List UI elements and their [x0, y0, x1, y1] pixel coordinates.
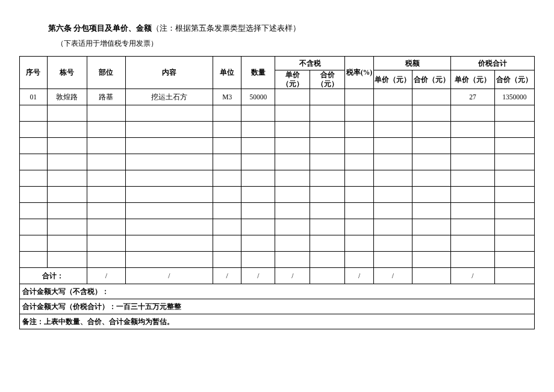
table-row	[20, 122, 535, 138]
h-qty: 数量	[241, 57, 275, 89]
sum-slash: /	[125, 268, 213, 284]
cell-qty: 50000	[241, 89, 275, 105]
footer-excl-text: 合计金额大写（不含税）：	[20, 284, 535, 299]
pricing-table: 序号 栋号 部位 内容 单位 数量 不含税 税率(%) 税额 价税合计 单价（元…	[19, 56, 535, 329]
cell-incl-total: 1350000	[494, 89, 534, 105]
h-seq: 序号	[20, 57, 48, 89]
sum-slash: /	[275, 268, 310, 284]
cell-unit: M3	[213, 89, 241, 105]
cell-building: 敦煌路	[47, 89, 87, 105]
h-content: 内容	[125, 57, 213, 89]
sum-cell	[310, 268, 345, 284]
header-row-1: 序号 栋号 部位 内容 单位 数量 不含税 税率(%) 税额 价税合计	[20, 57, 535, 70]
h-incl-tax: 价税合计	[451, 57, 535, 70]
footer-remark: 备注：上表中数量、合价、合计金额均为暂估。	[20, 314, 535, 329]
h-rate: 税率(%)	[345, 57, 374, 89]
table-row	[20, 154, 535, 170]
cell-tax-unit	[373, 89, 412, 105]
sum-label: 合计：	[20, 268, 87, 284]
table-row	[20, 219, 535, 235]
sum-cell	[412, 268, 451, 284]
cell-excl-total	[310, 89, 345, 105]
sum-slash: /	[241, 268, 275, 284]
footer-remark-text: 备注：上表中数量、合价、合计金额均为暂估。	[20, 314, 535, 329]
sum-cell	[494, 268, 534, 284]
h-incl-unit: 单价（元）	[451, 70, 494, 89]
sum-slash: /	[87, 268, 125, 284]
h-tax-amount: 税额	[373, 57, 450, 70]
heading-line: 第六条 分包项目及单价、金额（注：根据第五条发票类型选择下述表样）	[19, 23, 535, 34]
h-incl-total: 合价（元）	[494, 70, 534, 89]
sum-row: 合计： / / / / / / / /	[20, 268, 535, 284]
footer-excl: 合计金额大写（不含税）：	[20, 284, 535, 299]
cell-incl-unit: 27	[451, 89, 494, 105]
h-part: 部位	[87, 57, 125, 89]
subtitle: （下表适用于增值税专用发票）	[19, 39, 535, 49]
table-row	[20, 252, 535, 268]
clause-note: （注：根据第五条发票类型选择下述表样）	[152, 23, 300, 33]
table-row	[20, 187, 535, 203]
cell-part: 路基	[87, 89, 125, 105]
table-row	[20, 138, 535, 154]
table-row	[20, 235, 535, 252]
sum-slash: /	[345, 268, 374, 284]
cell-tax-total	[412, 89, 451, 105]
table-row	[20, 203, 535, 219]
h-unit: 单位	[213, 57, 241, 89]
cell-excl-unit	[275, 89, 310, 105]
footer-incl: 合计金额大写（价税合计）：一百三十五万元整整	[20, 299, 535, 314]
h-building: 栋号	[47, 57, 87, 89]
sum-slash: /	[213, 268, 241, 284]
footer-incl-text: 合计金额大写（价税合计）：一百三十五万元整整	[20, 299, 535, 314]
table-row	[20, 105, 535, 122]
h-excl-total: 合价（元）	[310, 70, 345, 89]
h-tax-total: 合价（元）	[412, 70, 451, 89]
cell-rate	[345, 89, 374, 105]
table-row: 01 敦煌路 路基 挖运土石方 M3 50000 27 1350000	[20, 89, 535, 105]
table-row	[20, 170, 535, 187]
cell-content: 挖运土石方	[125, 89, 213, 105]
h-tax-unit: 单价（元）	[373, 70, 412, 89]
cell-seq: 01	[20, 89, 48, 105]
h-excl-tax: 不含税	[275, 57, 345, 70]
h-excl-unit: 单价（元）	[275, 70, 310, 89]
clause-title: 第六条 分包项目及单价、金额	[48, 23, 152, 33]
sum-slash: /	[451, 268, 494, 284]
sum-slash: /	[373, 268, 412, 284]
